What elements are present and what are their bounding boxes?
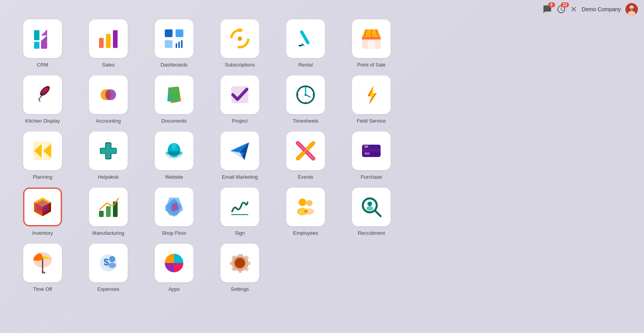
app-label-dashboards: Dashboards (161, 62, 188, 68)
app-item-crm[interactable]: CRM (15, 19, 70, 68)
app-icon-events[interactable] (286, 131, 325, 170)
app-item-accounting[interactable]: Accounting (81, 75, 135, 124)
app-item-manufacturing[interactable]: Manufacturing (81, 188, 135, 236)
app-icon-inventory[interactable] (23, 188, 62, 226)
app-icon-sign[interactable] (220, 188, 259, 226)
app-label-accounting: Accounting (96, 118, 121, 124)
svg-rect-76 (364, 145, 368, 148)
app-icon-expenses[interactable]: $ (89, 244, 128, 282)
svg-rect-17 (181, 40, 183, 48)
svg-point-104 (109, 256, 115, 262)
app-item-website[interactable]: Website (147, 131, 201, 180)
app-item-inventory[interactable]: Inventory (15, 188, 70, 236)
svg-point-92 (306, 200, 313, 206)
app-icon-crm[interactable] (23, 19, 62, 58)
svg-rect-22 (299, 45, 302, 46)
app-label-field-service: Field Service (357, 118, 386, 124)
app-label-rental: Rental (298, 62, 313, 68)
app-label-purchase: Purchase (361, 174, 382, 180)
svg-point-109 (237, 260, 243, 266)
svg-rect-20 (300, 30, 310, 45)
app-icon-rental[interactable] (286, 19, 325, 58)
app-icon-apps[interactable] (155, 244, 193, 282)
app-icon-manufacturing[interactable] (89, 188, 128, 226)
app-item-timesheets[interactable]: Timesheets (278, 75, 333, 124)
svg-rect-9 (99, 38, 104, 48)
app-icon-project[interactable] (220, 75, 259, 114)
app-label-apps: Apps (168, 286, 180, 292)
app-item-events[interactable]: Events (278, 131, 333, 180)
app-item-rental[interactable]: Rental (278, 19, 333, 68)
app-icon-website[interactable] (155, 131, 193, 170)
app-label-shop-floor: Shop Floor (162, 230, 186, 236)
app-item-dashboards[interactable]: Dashboards (147, 19, 201, 68)
app-item-documents[interactable]: Documents (147, 75, 201, 124)
clock-icon[interactable]: 23 (557, 5, 566, 14)
svg-point-98 (366, 206, 373, 211)
app-icon-sales[interactable] (89, 19, 128, 58)
app-icon-purchase[interactable] (352, 131, 391, 170)
app-label-expenses: Expenses (97, 286, 119, 292)
app-item-expenses[interactable]: $ Expenses (81, 244, 135, 292)
app-icon-pos[interactable] (352, 19, 391, 58)
svg-point-1 (629, 5, 634, 10)
app-item-pos[interactable]: Point of Sale (344, 19, 398, 68)
app-item-subscriptions[interactable]: Subscriptions (213, 19, 267, 68)
svg-rect-54 (42, 144, 43, 158)
app-icon-time-off[interactable] (23, 244, 62, 282)
app-item-helpdesk[interactable]: Helpdesk (81, 131, 135, 180)
app-icon-email-marketing[interactable] (220, 131, 259, 170)
app-item-sign[interactable]: Sign (213, 188, 267, 236)
app-icon-shop-floor[interactable] (155, 188, 193, 226)
app-icon-helpdesk[interactable] (89, 131, 128, 170)
app-item-sales[interactable]: Sales (81, 19, 135, 68)
app-item-field-service[interactable]: Field Service (344, 75, 398, 124)
app-item-kitchen[interactable]: Kitchen Display (15, 75, 70, 124)
app-item-shop-floor[interactable]: Shop Floor (147, 188, 201, 236)
app-label-kitchen: Kitchen Display (25, 118, 60, 124)
app-icon-field-service[interactable] (352, 75, 391, 114)
app-label-project: Project (232, 118, 248, 124)
app-item-planning[interactable]: Planning (15, 131, 70, 180)
app-icon-dashboards[interactable] (155, 19, 193, 58)
svg-rect-7 (34, 30, 39, 40)
svg-text:$: $ (104, 257, 109, 267)
app-icon-documents[interactable] (155, 75, 193, 114)
app-label-time-off: Time Off (33, 286, 52, 292)
svg-line-32 (39, 99, 40, 102)
app-label-website: Website (165, 174, 183, 180)
app-icon-timesheets[interactable] (286, 75, 325, 114)
app-item-project[interactable]: Project (213, 75, 267, 124)
svg-line-96 (375, 210, 381, 216)
close-icon[interactable]: ✕ (571, 5, 577, 14)
app-icon-subscriptions[interactable] (220, 19, 259, 58)
company-name[interactable]: Demo Company (582, 6, 621, 12)
app-item-recruitment[interactable]: Recruitment (344, 188, 398, 236)
user-avatar[interactable] (625, 3, 638, 15)
app-item-employees[interactable]: Employees (278, 188, 333, 236)
svg-rect-74 (362, 149, 381, 152)
svg-point-93 (305, 208, 314, 215)
app-item-purchase[interactable]: Purchase (344, 131, 398, 180)
svg-rect-82 (99, 211, 104, 217)
app-icon-accounting[interactable] (89, 75, 128, 114)
app-label-pos: Point of Sale (357, 62, 386, 68)
app-icon-recruitment[interactable] (352, 188, 391, 226)
apps-grid-container: CRM Sales (0, 0, 644, 300)
app-icon-kitchen[interactable] (23, 75, 62, 114)
app-label-helpdesk: Helpdesk (98, 174, 119, 180)
app-icon-employees[interactable] (286, 188, 325, 226)
svg-rect-38 (168, 87, 180, 101)
app-icon-planning[interactable] (23, 131, 62, 170)
app-icon-settings[interactable] (220, 244, 259, 282)
app-item-email-marketing[interactable]: Email Marketing (213, 131, 267, 180)
app-item-time-off[interactable]: Time Off (15, 244, 70, 292)
app-item-apps[interactable]: Apps (147, 244, 201, 292)
app-item-settings[interactable]: Settings (213, 244, 267, 292)
chat-icon[interactable]: 6 (543, 5, 552, 14)
svg-rect-58 (101, 149, 116, 153)
svg-rect-24 (362, 37, 381, 39)
svg-rect-25 (367, 40, 375, 49)
app-label-crm: CRM (37, 62, 48, 68)
svg-point-19 (238, 28, 242, 32)
